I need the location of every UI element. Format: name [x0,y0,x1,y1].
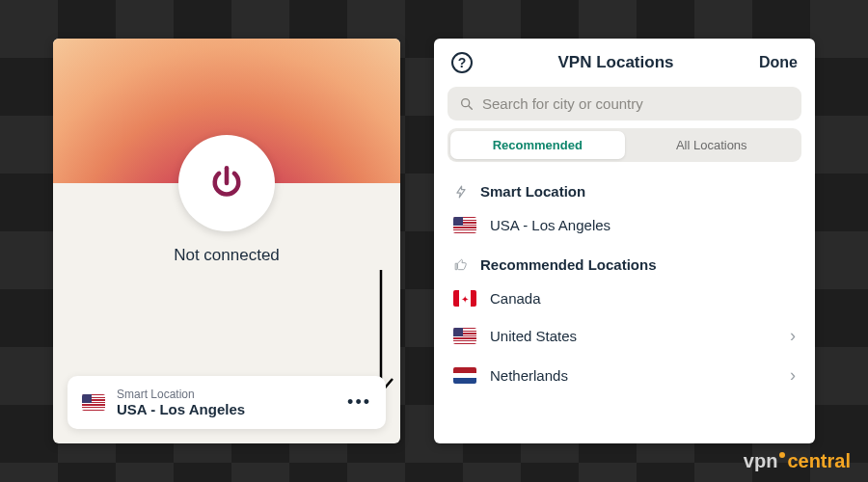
recommended-label: Recommended Locations [480,256,657,273]
location-name: Canada [490,290,796,307]
tab-recommended[interactable]: Recommended [450,131,625,159]
recommended-header: Recommended Locations [434,243,815,281]
usa-flag-icon [453,217,476,233]
locations-title: VPN Locations [558,53,674,72]
search-input[interactable] [482,95,790,112]
location-tabs: Recommended All Locations [448,128,801,162]
location-bar[interactable]: Smart Location USA - Los Angeles ••• [68,376,386,429]
svg-point-1 [462,98,470,106]
watermark-b: central [787,450,851,472]
location-text: Smart Location USA - Los Angeles [117,388,347,417]
svg-line-2 [469,106,472,109]
location-row-us[interactable]: United States › [434,316,815,356]
tab-all-locations[interactable]: All Locations [625,131,800,159]
location-label: Smart Location [117,388,347,401]
search-bar[interactable] [448,87,801,120]
location-row-canada[interactable]: ✦ Canada [434,281,815,316]
done-button[interactable]: Done [759,54,798,71]
connection-status: Not connected [53,246,400,265]
smart-location-name: USA - Los Angeles [490,217,796,233]
power-button[interactable] [178,135,275,231]
netherlands-flag-icon [453,367,476,384]
connect-panel: Not connected Smart Location USA - Los A… [53,39,400,443]
usa-flag-icon [82,394,105,411]
canada-flag-icon: ✦ [453,290,476,307]
watermark-a: vpn [744,450,778,472]
chevron-right-icon: › [790,326,796,346]
location-name: United States [490,328,776,344]
search-wrap [434,87,815,128]
location-name: Netherlands [490,367,776,384]
smart-location-row[interactable]: USA - Los Angeles [434,207,815,243]
location-value: USA - Los Angeles [117,401,347,417]
more-icon[interactable]: ••• [347,392,371,413]
smart-location-header: Smart Location [434,170,815,207]
thumbs-up-icon [453,258,469,272]
search-icon [459,96,475,112]
smart-location-label: Smart Location [480,183,585,200]
help-icon[interactable]: ? [451,52,473,73]
chevron-right-icon: › [790,365,796,386]
power-icon [206,163,247,203]
usa-flag-icon [453,328,476,344]
location-row-nl[interactable]: Netherlands › [434,356,815,395]
locations-header: ? VPN Locations Done [434,39,815,87]
lightning-icon [453,184,469,200]
watermark: vpncentral [744,450,851,472]
locations-panel: ? VPN Locations Done Recommended All Loc… [434,39,815,443]
watermark-dot-icon [779,452,785,458]
